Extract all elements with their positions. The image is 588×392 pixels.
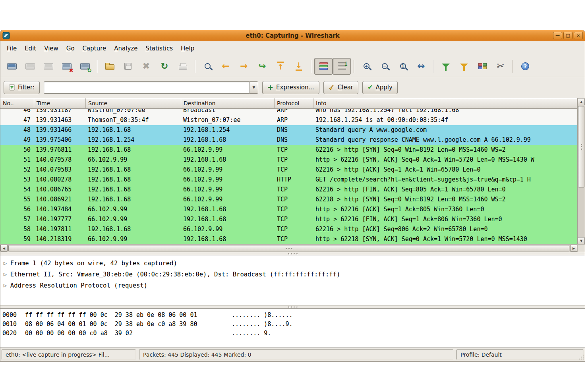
expander-icon[interactable]: ▷ [4, 269, 7, 280]
column-header-info[interactable]: Info [313, 98, 577, 109]
packet-row-49[interactable]: 49139.975406192.168.1.254192.168.1.68DNS… [0, 135, 577, 145]
packet-row-50[interactable]: 50139.976811192.168.1.6866.102.9.99TCP62… [0, 145, 577, 155]
column-header-destination[interactable]: Destination [181, 98, 275, 109]
packet-row-55[interactable]: 55140.086921192.168.1.6866.102.9.99TCP62… [0, 195, 577, 205]
hscroll-thumb[interactable] [8, 245, 569, 251]
detail-row-1[interactable]: ▷Ethernet II, Src: Vmware_38:eb:0e (00:0… [0, 269, 585, 280]
filter-input[interactable] [44, 81, 250, 94]
restart-capture-button[interactable]: ↻ [76, 58, 94, 75]
packet-row-57[interactable]: 57140.19777766.102.9.99192.168.1.68TCPht… [0, 214, 577, 224]
capture-filters-button[interactable] [437, 58, 455, 75]
scroll-right-button[interactable]: ▶ [570, 245, 577, 252]
maximize-button[interactable]: □ [563, 32, 573, 39]
print-button[interactable] [174, 58, 192, 75]
help-button[interactable]: ? [516, 58, 534, 75]
column-header-source[interactable]: Source [86, 98, 181, 109]
packet-row-59[interactable]: 59140.21831966.102.9.99192.168.1.68TCPht… [0, 234, 577, 244]
titlebar[interactable]: eth0: Capturing - Wireshark — □ × [0, 30, 585, 41]
packet-row-54[interactable]: 54140.086765192.168.1.6866.102.9.99TCP62… [0, 185, 577, 195]
packet-row-56[interactable]: 56140.19748466.102.9.99192.168.1.68TCPht… [0, 205, 577, 214]
column-header-time[interactable]: Time [34, 98, 86, 109]
menu-item-view[interactable]: View [40, 42, 62, 54]
column-header-protocol[interactable]: Protocol [275, 98, 313, 109]
hex-row-0[interactable]: 0000ff ff ff ff ff ff 00 0c 29 38 eb 0e … [0, 311, 585, 320]
open-file-button[interactable] [101, 58, 119, 75]
save-file-button[interactable] [119, 58, 137, 75]
close-file-button[interactable]: ✖ [137, 58, 155, 75]
zoom-100-button[interactable]: 1 [394, 58, 412, 75]
packet-list-vscrollbar[interactable]: ▲ ▼ [577, 98, 585, 244]
packet-row-47[interactable]: 47139.931463ThomsonT_08:35:4fWistron_07:… [0, 115, 577, 125]
column-header-no[interactable]: No.. [0, 98, 34, 109]
detail-row-0[interactable]: ▷Frame 1 (42 bytes on wire, 42 bytes cap… [0, 258, 585, 269]
cell-time: 140.079578 [34, 155, 86, 165]
packet-counts: Packets: 445 Displayed: 445 Marked: 0 [139, 350, 453, 360]
packet-list-hscrollbar[interactable]: ◀ ▶ [0, 245, 585, 252]
auto-scroll-button[interactable]: ↓ [333, 58, 351, 75]
coloring-rules-button[interactable] [473, 58, 491, 75]
filter-dropdown-button[interactable]: ▼ [250, 81, 258, 94]
thumb-grip [581, 144, 582, 150]
detail-row-2[interactable]: ▷Address Resolution Protocol (request) [0, 280, 585, 291]
minimize-button[interactable]: — [553, 32, 562, 39]
save-file-icon [124, 63, 132, 70]
cell-time: 140.086765 [34, 185, 86, 195]
display-filters-button[interactable] [455, 58, 473, 75]
go-to-bottom-button[interactable]: ↓ [290, 58, 308, 75]
scroll-left-button[interactable]: ◀ [0, 245, 8, 252]
start-capture-button[interactable] [39, 58, 58, 75]
colorize-button[interactable] [314, 58, 333, 75]
find-packet-button[interactable] [198, 58, 217, 75]
menu-item-file[interactable]: File [3, 42, 21, 54]
menu-item-edit[interactable]: Edit [21, 42, 40, 54]
packet-row-52[interactable]: 52140.079583192.168.1.6866.102.9.99TCP62… [0, 165, 577, 175]
hscroll-trough[interactable] [8, 245, 570, 252]
packet-row-51[interactable]: 51140.07957866.102.9.99192.168.1.68TCPht… [0, 155, 577, 165]
capture-options-button[interactable] [21, 58, 39, 75]
packet-row-48[interactable]: 48139.931466192.168.1.68192.168.1.254DNS… [0, 125, 577, 135]
vscroll-trough[interactable] [578, 105, 585, 237]
menu-item-statistics[interactable]: Statistics [141, 42, 177, 54]
packet-row-58[interactable]: 58140.197811192.168.1.6866.102.9.99TCP62… [0, 224, 577, 234]
go-back-button[interactable]: ← [217, 58, 235, 75]
go-to-packet-button[interactable]: ↪ [253, 58, 271, 75]
cell-info: 62216 > http [FIN, ACK] Seq=805 Ack=1 Wi… [313, 185, 577, 195]
filter-button[interactable]: Filter: [4, 81, 40, 94]
pane-splitter-top[interactable] [0, 252, 585, 255]
packet-row-53[interactable]: 53140.080278192.168.1.6866.102.9.99HTTPG… [0, 175, 577, 185]
cell-time: 139.931463 [34, 115, 86, 125]
pane-splitter-bottom[interactable] [0, 305, 585, 308]
menu-item-analyze[interactable]: Analyze [110, 42, 141, 54]
scroll-down-button[interactable]: ▼ [578, 237, 585, 244]
hex-row-2[interactable]: 002000 00 00 00 00 00 c0 a8 39 02.......… [0, 329, 585, 338]
apply-button[interactable]: ✔ Apply [362, 81, 398, 94]
cell-no: 55 [0, 195, 34, 205]
stop-capture-button[interactable]: ✖ [58, 58, 76, 75]
hex-row-1[interactable]: 001008 00 06 04 00 01 00 0c 29 38 eb 0e … [0, 320, 585, 329]
zoom-out-button[interactable]: − [375, 58, 394, 75]
preferences-button[interactable]: ✂ [491, 58, 510, 75]
list-interfaces-button[interactable] [3, 58, 21, 75]
reload-button[interactable]: ↻ [155, 58, 174, 75]
cell-destination: 66.102.9.99 [181, 185, 275, 195]
toolbar-separator [195, 60, 195, 73]
scroll-up-button[interactable]: ▲ [578, 98, 585, 105]
vscroll-thumb[interactable] [578, 106, 584, 187]
expression-button[interactable]: + Expression... [262, 81, 319, 94]
profile-status[interactable]: Profile: Default [456, 350, 584, 360]
menu-item-go[interactable]: Go [62, 42, 79, 54]
toolbar-separator [97, 60, 98, 73]
close-button[interactable]: × [574, 32, 583, 39]
expander-icon[interactable]: ▷ [4, 280, 7, 291]
menu-item-capture[interactable]: Capture [79, 42, 110, 54]
expander-icon[interactable]: ▷ [4, 258, 7, 269]
go-forward-button[interactable]: → [235, 58, 253, 75]
resize-columns-button[interactable]: ↔ [412, 58, 430, 75]
menu-item-help[interactable]: Help [177, 42, 198, 54]
clear-button[interactable]: Clear [323, 81, 358, 94]
resize-grip[interactable] [578, 355, 584, 360]
go-to-top-button[interactable]: ↑ [271, 58, 290, 75]
packet-row-46[interactable]: 46139.931187Wistron_07:07:eeBroadcastARP… [0, 109, 577, 115]
zoom-in-button[interactable]: + [357, 58, 375, 75]
cell-no: 46 [0, 109, 34, 115]
